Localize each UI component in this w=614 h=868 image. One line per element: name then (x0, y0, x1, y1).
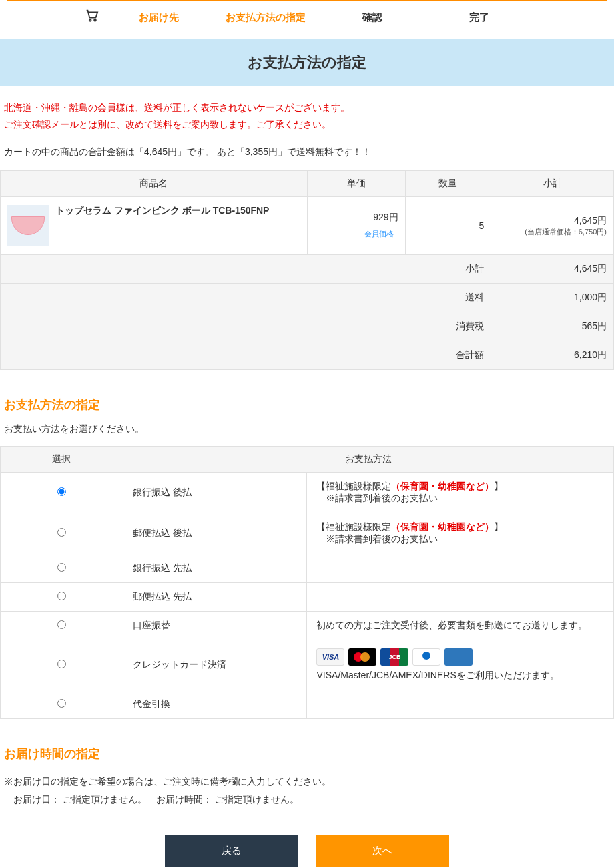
payment-method-row: 郵便払込 後払【福祉施設様限定（保育園・幼稚園など）】 ※請求書到着後のお支払い (1, 513, 614, 554)
shipping-notice: 北海道・沖縄・離島の会員様は、送料が正しく表示されないケースがございます。 ご注… (4, 99, 610, 133)
th-method: お支払方法 (123, 447, 613, 473)
svg-point-0 (89, 19, 91, 21)
payment-radio[interactable] (57, 487, 66, 496)
product-name: トップセラム ファインピンク ボール TCB-150FNP (55, 205, 269, 217)
payment-method-desc (307, 690, 614, 719)
totals-value: 4,645円 (491, 255, 614, 284)
jcb-card-icon: JCB (380, 648, 408, 666)
delivery-note-line: お届け日： ご指定頂けません。 お届け時間： ご指定頂けません。 (4, 791, 610, 809)
diners-card-icon (412, 648, 440, 666)
totals-row: 送料 1,000円 (1, 284, 614, 312)
payment-method-row: 口座振替初めての方はご注文受付後、必要書類を郵送にてお送りします。 (1, 612, 614, 640)
payment-method-name: 郵便払込 後払 (123, 513, 307, 554)
table-row: トップセラム ファインピンク ボール TCB-150FNP 929円 会員価格 … (1, 197, 614, 255)
payment-radio[interactable] (57, 592, 66, 600)
delivery-note: ※お届け日の指定をご希望の場合は、ご注文時に備考欄に入力してください。 お届け日… (4, 773, 610, 808)
payment-lead: お支払い方法をお選びください。 (4, 423, 610, 435)
th-select: 選択 (1, 447, 123, 473)
step-complete: 完了 (426, 8, 533, 26)
payment-radio[interactable] (57, 528, 66, 537)
payment-method-desc: VISAJCBVISA/Master/JCB/AMEX/DINERSをご利用いた… (307, 640, 614, 690)
th-unit: 単価 (307, 171, 405, 197)
item-subtotal: 4,645円 (498, 215, 607, 227)
payment-method-desc: 【福祉施設様限定（保育園・幼稚園など）】 ※請求書到着後のお支払い (307, 513, 614, 554)
payment-method-row: 銀行振込 先払 (1, 554, 614, 583)
payment-radio[interactable] (57, 563, 66, 572)
payment-radio[interactable] (57, 699, 66, 708)
payment-method-row: 銀行振込 後払【福祉施設様限定（保育園・幼稚園など）】 ※請求書到着後のお支払い (1, 473, 614, 513)
totals-label: 小計 (1, 255, 491, 284)
totals-value: 1,000円 (491, 284, 614, 312)
notice-line: 北海道・沖縄・離島の会員様は、送料が正しく表示されないケースがございます。 (4, 99, 610, 116)
member-price-badge: 会員価格 (360, 228, 398, 240)
totals-value: 6,210円 (491, 341, 614, 370)
subtotal-cell: 4,645円 (当店通常価格：6,750円) (491, 197, 614, 255)
step-address: お届け先 (105, 8, 212, 26)
card-logos: VISAJCB (316, 648, 604, 666)
totals-label: 合計額 (1, 341, 491, 370)
amex-card-icon (444, 648, 473, 666)
unit-price-cell: 929円 会員価格 (307, 197, 405, 255)
payment-method-desc (307, 554, 614, 583)
payment-method-name: 銀行振込 先払 (123, 554, 307, 583)
totals-value: 565円 (491, 312, 614, 341)
payment-method-row: クレジットカード決済VISAJCBVISA/Master/JCB/AMEX/DI… (1, 640, 614, 690)
totals-row: 合計額 6,210円 (1, 341, 614, 370)
payment-radio[interactable] (57, 620, 66, 629)
totals-label: 送料 (1, 284, 491, 312)
unit-price: 929円 (314, 212, 398, 224)
payment-radio[interactable] (57, 660, 66, 668)
payment-method-desc: 【福祉施設様限定（保育園・幼稚園など）】 ※請求書到着後のお支払い (307, 473, 614, 513)
regular-price: (当店通常価格：6,750円) (498, 227, 607, 237)
cart-total-message: カートの中の商品の合計金額は「4,645円」です。 あと「3,355円」で送料無… (4, 146, 610, 158)
next-button[interactable]: 次へ (316, 835, 449, 867)
action-buttons: 戻る 次へ (0, 835, 614, 867)
checkout-steps: お届け先 お支払方法の指定 確認 完了 (7, 0, 607, 26)
notice-line: ご注文確認メールとは別に、改めて送料をご案内致します。ご了承ください。 (4, 116, 610, 133)
payment-section-title: お支払方法の指定 (4, 397, 610, 413)
quantity: 5 (405, 197, 491, 255)
delivery-note-line: ※お届け日の指定をご希望の場合は、ご注文時に備考欄に入力してください。 (4, 773, 610, 791)
page-title: お支払方法の指定 (0, 39, 614, 86)
payment-method-desc: 初めての方はご注文受付後、必要書類を郵送にてお送りします。 (307, 612, 614, 640)
payment-method-row: 代金引換 (1, 690, 614, 719)
totals-label: 消費税 (1, 312, 491, 341)
totals-row: 消費税 565円 (1, 312, 614, 341)
payment-method-name: クレジットカード決済 (123, 640, 307, 690)
visa-card-icon: VISA (316, 648, 344, 666)
th-qty: 数量 (405, 171, 491, 197)
cart-items-table: 商品名 単価 数量 小計 トップセラム ファインピンク ボール TCB-150F… (0, 170, 614, 370)
payment-method-row: 郵便払込 先払 (1, 583, 614, 612)
mastercard-icon (348, 648, 376, 666)
totals-row: 小計 4,645円 (1, 255, 614, 284)
svg-point-1 (94, 19, 96, 21)
payment-method-desc (307, 583, 614, 612)
payment-method-name: 銀行振込 後払 (123, 473, 307, 513)
step-payment: お支払方法の指定 (212, 8, 319, 26)
delivery-section-title: お届け時間の指定 (4, 746, 610, 762)
payment-method-name: 代金引換 (123, 690, 307, 719)
payment-method-name: 郵便払込 先払 (123, 583, 307, 612)
back-button[interactable]: 戻る (165, 835, 298, 867)
step-confirm: 確認 (319, 8, 426, 26)
payment-method-name: 口座振替 (123, 612, 307, 640)
product-thumbnail (7, 205, 49, 246)
payment-methods-table: 選択 お支払方法 銀行振込 後払【福祉施設様限定（保育園・幼稚園など）】 ※請求… (0, 446, 614, 719)
th-sub: 小計 (491, 171, 614, 197)
cart-icon (81, 8, 101, 25)
th-name: 商品名 (1, 171, 308, 197)
